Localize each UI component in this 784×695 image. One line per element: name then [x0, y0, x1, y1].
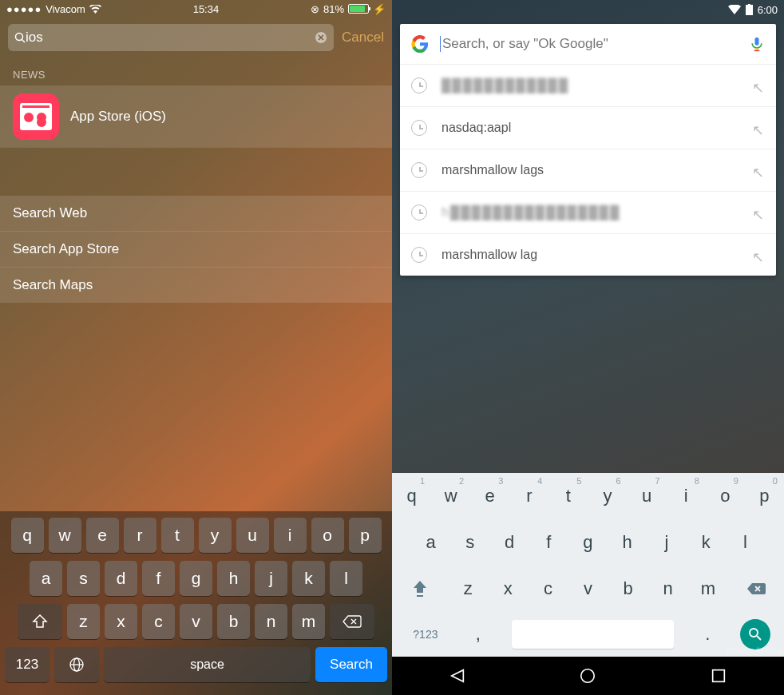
key-k[interactable]: k	[687, 519, 726, 566]
globe-key[interactable]	[54, 647, 99, 682]
backspace-key[interactable]	[728, 566, 784, 612]
key-g[interactable]: g	[180, 561, 212, 596]
key-c[interactable]: c	[142, 604, 175, 639]
key-b[interactable]: b	[217, 604, 250, 639]
key-e[interactable]: e3	[470, 473, 509, 519]
key-n[interactable]: n	[648, 566, 688, 612]
mic-icon[interactable]	[749, 36, 765, 52]
key-x[interactable]: x	[488, 566, 528, 612]
comma-key[interactable]: ,	[459, 612, 497, 657]
key-z[interactable]: z	[448, 566, 488, 612]
recents-button[interactable]	[710, 667, 727, 685]
ios-keyboard: qwertyuiop asdfghjkl zxcvbnm 123 space S…	[0, 511, 392, 695]
key-i[interactable]: i	[274, 518, 307, 553]
key-s[interactable]: s	[450, 519, 489, 566]
key-u[interactable]: u	[236, 518, 269, 553]
history-item[interactable]: marshmallow lags↖	[400, 149, 776, 192]
key-l[interactable]: l	[330, 561, 362, 596]
key-p[interactable]: p0	[745, 473, 784, 519]
search-app-store-button[interactable]: Search App Store	[0, 232, 392, 268]
search-web-button[interactable]: Search Web	[0, 196, 392, 232]
history-item[interactable]: marshmallow lag↖	[400, 234, 776, 276]
key-h[interactable]: h	[608, 519, 647, 566]
period-key[interactable]: .	[688, 612, 727, 657]
key-a[interactable]: a	[411, 519, 450, 566]
key-q[interactable]: q1	[392, 473, 431, 519]
key-w[interactable]: w2	[431, 473, 470, 519]
signal-dots-icon: ●●●●●	[6, 3, 42, 15]
key-g[interactable]: g	[568, 519, 608, 566]
key-u[interactable]: u7	[628, 473, 667, 519]
key-f[interactable]: f	[142, 561, 175, 596]
key-j[interactable]: j	[255, 561, 287, 596]
history-item[interactable]: ████████████↖	[400, 65, 776, 107]
key-b[interactable]: b	[608, 566, 648, 612]
search-input[interactable]	[26, 30, 315, 46]
key-h[interactable]: h	[217, 561, 250, 596]
back-button[interactable]	[449, 667, 466, 685]
history-item[interactable]: nasdaq:aapl↖	[400, 107, 776, 149]
key-x[interactable]: x	[105, 604, 137, 639]
history-icon	[411, 120, 427, 136]
key-t[interactable]: t	[161, 518, 194, 553]
shift-key[interactable]	[392, 566, 448, 612]
wifi-icon	[728, 5, 741, 14]
key-r[interactable]: r	[124, 518, 156, 553]
key-z[interactable]: z	[67, 604, 100, 639]
key-y[interactable]: y6	[588, 473, 627, 519]
space-key[interactable]	[497, 612, 689, 657]
spotlight-search-field[interactable]	[8, 24, 334, 51]
watermark: phoneArena	[727, 645, 782, 655]
news-section-header: NEWS	[0, 58, 392, 85]
key-s[interactable]: s	[67, 561, 100, 596]
key-o[interactable]: o9	[706, 473, 745, 519]
search-maps-button[interactable]: Search Maps	[0, 268, 392, 303]
shift-key[interactable]	[18, 604, 62, 639]
key-c[interactable]: c	[528, 566, 568, 612]
history-item[interactable]: h████████████████↖	[400, 192, 776, 234]
key-t[interactable]: t5	[548, 473, 588, 519]
key-l[interactable]: l	[726, 519, 765, 566]
key-j[interactable]: j	[647, 519, 686, 566]
space-key[interactable]: space	[104, 647, 311, 682]
key-o[interactable]: o	[311, 518, 344, 553]
home-button[interactable]	[579, 667, 596, 685]
insert-arrow-icon[interactable]: ↖	[752, 164, 765, 177]
key-y[interactable]: y	[199, 518, 232, 553]
key-p[interactable]: p	[349, 518, 382, 553]
search-key[interactable]: Search	[315, 647, 387, 682]
key-n[interactable]: n	[255, 604, 287, 639]
google-search-bar[interactable]	[400, 24, 776, 65]
google-search-input[interactable]	[440, 36, 738, 52]
key-k[interactable]: k	[292, 561, 325, 596]
svg-line-13	[757, 636, 761, 640]
key-q[interactable]: q	[11, 518, 44, 553]
history-text: h████████████████	[441, 205, 738, 220]
key-m[interactable]: m	[292, 604, 325, 639]
key-i[interactable]: i8	[667, 473, 706, 519]
search-result-row[interactable]: App Store (iOS)	[0, 85, 392, 148]
key-w[interactable]: w	[49, 518, 81, 553]
clear-icon[interactable]	[315, 31, 327, 44]
key-a[interactable]: a	[30, 561, 62, 596]
key-f[interactable]: f	[529, 519, 568, 566]
key-v[interactable]: v	[180, 604, 212, 639]
numbers-key[interactable]: 123	[5, 647, 49, 682]
key-v[interactable]: v	[568, 566, 608, 612]
key-r[interactable]: r4	[509, 473, 548, 519]
cancel-button[interactable]: Cancel	[342, 30, 384, 46]
search-scope-list: Search Web Search App Store Search Maps	[0, 196, 392, 303]
insert-arrow-icon[interactable]: ↖	[752, 248, 765, 261]
android-nav-bar	[392, 657, 784, 695]
backspace-key[interactable]	[330, 604, 374, 639]
key-d[interactable]: d	[105, 561, 137, 596]
insert-arrow-icon[interactable]: ↖	[752, 206, 765, 219]
numbers-key[interactable]: ?123	[392, 612, 459, 657]
key-e[interactable]: e	[86, 518, 119, 553]
result-title: App Store (iOS)	[70, 109, 166, 125]
history-text: marshmallow lag	[441, 248, 738, 262]
insert-arrow-icon[interactable]: ↖	[752, 121, 765, 134]
key-m[interactable]: m	[688, 566, 728, 612]
key-d[interactable]: d	[489, 519, 529, 566]
insert-arrow-icon[interactable]: ↖	[752, 79, 765, 92]
